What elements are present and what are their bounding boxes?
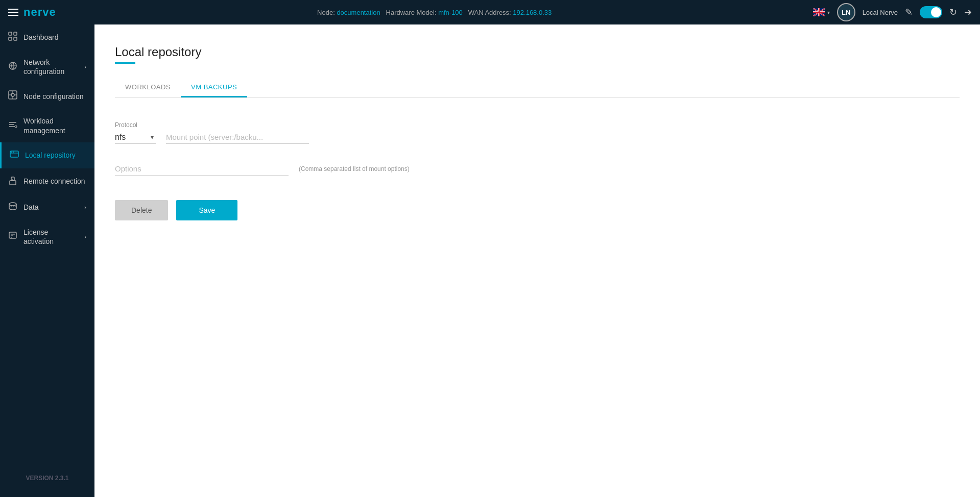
- avatar[interactable]: LN: [837, 3, 855, 21]
- topbar-right: ▾ LN Local Nerve ✎ ↻ ➜: [813, 3, 972, 21]
- arrow-data-icon: ›: [84, 204, 86, 210]
- svg-point-23: [9, 203, 16, 206]
- sidebar-item-label-network: Network configuration: [23, 58, 78, 76]
- hardware-value[interactable]: mfn-100: [438, 9, 463, 16]
- sidebar-version: VERSION 2.3.1: [0, 464, 94, 487]
- sidebar-item-remote-connection[interactable]: Remote connection: [0, 168, 94, 194]
- svg-rect-2: [9, 37, 12, 40]
- logout-icon[interactable]: ➜: [964, 7, 972, 18]
- protocol-row: Protocol nfs smb cifs: [115, 121, 960, 144]
- flag-icon: [813, 8, 825, 16]
- svg-rect-25: [9, 232, 16, 238]
- sidebar-item-node-configuration[interactable]: Node configuration: [0, 83, 94, 109]
- svg-rect-1: [14, 32, 17, 35]
- protocol-field-group: Protocol nfs smb cifs: [115, 121, 156, 144]
- node-value[interactable]: documentation: [337, 9, 380, 16]
- sidebar-item-label-data: Data: [23, 203, 39, 212]
- theme-toggle[interactable]: [920, 6, 942, 18]
- brand-logo: nerve: [23, 6, 56, 19]
- delete-button[interactable]: Delete: [115, 200, 168, 220]
- wan-label: WAN Address:: [468, 9, 511, 16]
- svg-point-19: [13, 152, 14, 153]
- topbar-center-info: Node: documentation Hardware Model: mfn-…: [62, 9, 807, 16]
- options-hint: (Comma separated list of mount options): [299, 165, 410, 172]
- svg-rect-20: [10, 181, 16, 185]
- license-icon: [8, 231, 17, 242]
- title-underline: [115, 62, 135, 64]
- node-icon: [8, 90, 17, 102]
- topbar: nerve Node: documentation Hardware Model…: [0, 0, 980, 24]
- mount-point-field-group: [166, 131, 309, 144]
- main-content: Local repository WORKLOADS VM BACKUPS Pr…: [94, 24, 980, 497]
- mount-point-input[interactable]: [166, 131, 309, 144]
- sidebar-item-label-remote: Remote connection: [23, 177, 85, 186]
- sidebar-item-label-workload: Workload management: [23, 116, 86, 135]
- page-title: Local repository: [115, 45, 960, 59]
- sidebar-item-data[interactable]: Data ›: [0, 194, 94, 220]
- sidebar-item-label-dashboard: Dashboard: [23, 33, 59, 42]
- data-icon: [8, 202, 17, 213]
- sidebar: Dashboard Network configuration ›: [0, 24, 94, 497]
- protocol-select[interactable]: nfs smb cifs: [115, 131, 156, 144]
- vm-backups-form: Protocol nfs smb cifs (Comma separated l: [115, 116, 960, 226]
- restart-icon[interactable]: ↻: [949, 7, 957, 18]
- protocol-label: Protocol: [115, 121, 156, 129]
- main-layout: Dashboard Network configuration ›: [0, 24, 980, 497]
- local-nerve-label: Local Nerve: [863, 9, 898, 16]
- chevron-right-icon: ›: [84, 64, 86, 70]
- sidebar-item-local-repository[interactable]: Local repository: [0, 142, 94, 168]
- svg-rect-3: [14, 37, 17, 40]
- grid-icon: [8, 32, 17, 43]
- topbar-left: nerve: [8, 6, 56, 19]
- sidebar-item-dashboard[interactable]: Dashboard: [0, 24, 94, 51]
- sidebar-item-workload-management[interactable]: Workload management: [0, 109, 94, 142]
- language-selector[interactable]: ▾: [813, 8, 830, 16]
- remote-icon: [8, 176, 17, 187]
- protocol-select-wrapper: nfs smb cifs: [115, 131, 156, 144]
- network-icon: [8, 61, 17, 73]
- sidebar-item-label-local-repo: Local repository: [25, 151, 76, 160]
- sidebar-item-label-license: License activation: [23, 228, 78, 246]
- svg-point-7: [11, 93, 14, 96]
- svg-point-18: [11, 152, 12, 153]
- hamburger-menu[interactable]: [8, 9, 18, 16]
- options-row: (Comma separated list of mount options): [115, 162, 960, 176]
- user-icon[interactable]: ✎: [905, 7, 913, 18]
- hardware-label: Hardware Model:: [386, 9, 437, 16]
- svg-rect-0: [9, 32, 12, 35]
- tab-workloads[interactable]: WORKLOADS: [115, 78, 181, 97]
- buttons-row: Delete Save: [115, 200, 960, 220]
- sidebar-item-license-activation[interactable]: License activation ›: [0, 220, 94, 253]
- sidebar-item-network-configuration[interactable]: Network configuration ›: [0, 51, 94, 83]
- node-label: Node:: [317, 9, 335, 16]
- arrow-license-icon: ›: [84, 234, 86, 240]
- chevron-down-icon: ▾: [827, 10, 830, 15]
- workload-icon: [8, 120, 17, 132]
- tab-vm-backups[interactable]: VM BACKUPS: [181, 78, 247, 97]
- save-button[interactable]: Save: [176, 200, 237, 220]
- wan-value[interactable]: 192.168.0.33: [513, 9, 552, 16]
- tabs-bar: WORKLOADS VM BACKUPS: [115, 78, 960, 98]
- options-input[interactable]: [115, 162, 289, 176]
- repo-icon: [10, 150, 19, 161]
- sidebar-item-label-node: Node configuration: [23, 92, 84, 101]
